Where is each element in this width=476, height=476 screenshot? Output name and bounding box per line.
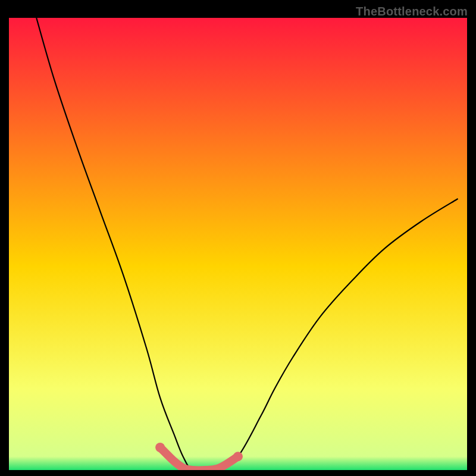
chart-svg bbox=[0, 0, 476, 476]
gradient-plot-area bbox=[9, 18, 467, 470]
watermark-text: TheBottleneck.com bbox=[356, 5, 468, 18]
floor-band-end-dot bbox=[233, 452, 243, 461]
chart-frame: { "watermark": "TheBottleneck.com", "col… bbox=[0, 0, 476, 476]
floor-band-end-dot bbox=[155, 443, 165, 452]
